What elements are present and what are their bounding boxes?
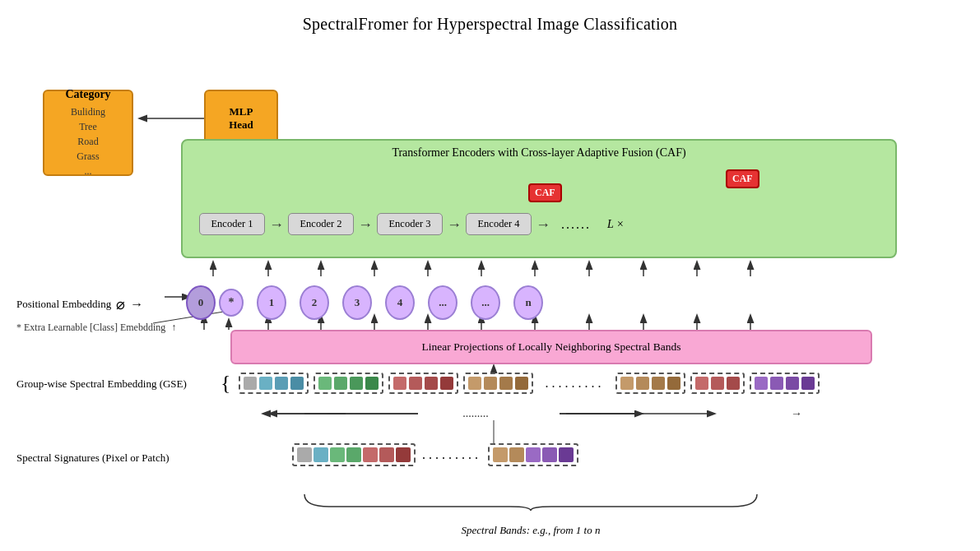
band-red-3 <box>425 377 438 390</box>
band-o2-2 <box>636 377 649 390</box>
sig-p1 <box>526 447 541 462</box>
gse-label: Group-wise Spectral Embedding (GSE) <box>16 377 187 391</box>
band-red-1 <box>393 377 406 390</box>
sig-dots: ......... <box>422 447 481 462</box>
tokens-row: 0 * 1 2 3 4 ... ... n <box>186 285 543 320</box>
arrow-enc1-enc2: → <box>269 217 284 232</box>
category-items: BulidingTreeRoadGrass... <box>71 104 105 178</box>
encoder-dots: ...... <box>561 217 591 232</box>
sig-group-2 <box>488 443 578 466</box>
token-1: 1 <box>257 285 286 320</box>
band-r2-2 <box>711 377 724 390</box>
band-blue-2 <box>275 377 288 390</box>
arrow-enc2-enc3: → <box>358 217 373 232</box>
gse-group-7 <box>750 373 820 394</box>
band-purple-1 <box>755 377 768 390</box>
encoder-2: Encoder 2 <box>288 213 354 235</box>
lx-label: L × <box>607 218 624 231</box>
token-0-star-pair: 0 * <box>186 285 244 320</box>
sig-r2 <box>379 447 394 462</box>
sig-b1 <box>314 447 328 462</box>
diagram-container: Category BulidingTreeRoadGrass... MLP He… <box>0 42 980 551</box>
open-brace-gse: { <box>221 371 230 396</box>
band-orange-2 <box>484 377 497 390</box>
main-title: SpectralFromer for Hyperspectral Image C… <box>0 0 980 34</box>
band-o2-3 <box>652 377 665 390</box>
band-green-2 <box>334 377 347 390</box>
wave-icon: ⌀ <box>116 295 125 313</box>
token-dots-1: ... <box>428 285 457 320</box>
band-purple-4 <box>801 377 815 390</box>
brace-svg <box>288 490 773 519</box>
category-title: Category <box>65 88 110 101</box>
caf-box-1: CAF <box>528 183 562 202</box>
svg-text:→: → <box>791 407 802 419</box>
token-0: 0 <box>186 285 216 320</box>
band-blue-3 <box>290 377 304 390</box>
extra-learnable-text: * Extra Learnable [Class] Emebdding <box>16 322 165 333</box>
token-4: 4 <box>385 285 415 320</box>
encoder-3: Encoder 3 <box>377 213 443 235</box>
category-box: Category BulidingTreeRoadGrass... <box>43 90 133 176</box>
gse-text: Group-wise Spectral Embedding (GSE) <box>16 377 187 390</box>
token-star: * <box>219 289 244 317</box>
linear-proj-label: Linear Projections of Locally Neighborin… <box>422 340 681 354</box>
transformer-box: Transformer Encoders with Cross-layer Ad… <box>181 139 897 258</box>
band-r2-3 <box>727 377 740 390</box>
gse-group-5 <box>615 373 685 394</box>
spectral-sig-label: Spectral Signatures (Pixel or Patch) <box>16 451 170 465</box>
sig-label-text: Spectral Signatures (Pixel or Patch) <box>16 451 170 464</box>
encoder-row: Encoder 1 → Encoder 2 → Encoder 3 → Enco… <box>199 213 882 235</box>
band-green-1 <box>318 377 332 390</box>
band-o2-1 <box>620 377 634 390</box>
band-orange-3 <box>499 377 513 390</box>
arrow-enc3-enc4: → <box>447 217 462 232</box>
sig-r1 <box>363 447 378 462</box>
signatures-row: ......... <box>292 443 578 466</box>
positional-embedding-label: Positional Embedding ⌀ → <box>16 295 143 313</box>
sig-g1 <box>330 447 345 462</box>
band-gray-1 <box>244 377 257 390</box>
sig-p2 <box>542 447 557 462</box>
gse-dots: ......... <box>545 376 604 391</box>
mlp-line1: MLP <box>230 105 253 118</box>
caf-label-2: CAF <box>726 169 759 188</box>
sig-g2 <box>346 447 361 462</box>
sig-group-main <box>292 443 416 466</box>
band-orange-4 <box>515 377 528 390</box>
token-dots-2: ... <box>471 285 500 320</box>
caf-box-2: CAF <box>726 169 759 188</box>
band-green-3 <box>350 377 363 390</box>
gse-arrows-svg: ......... → <box>221 404 895 424</box>
encoder-1: Encoder 1 <box>199 213 265 235</box>
pe-arrow: → <box>130 297 143 312</box>
gse-group-3 <box>388 373 458 394</box>
band-blue-1 <box>259 377 272 390</box>
linear-proj-box: Linear Projections of Locally Neighborin… <box>230 330 872 364</box>
upward-arrow-icon: ↑ <box>171 322 176 333</box>
arrow-enc4-dots: → <box>536 217 550 232</box>
band-green-4 <box>365 377 379 390</box>
transformer-title: Transformer Encoders with Cross-layer Ad… <box>183 141 895 160</box>
band-red-4 <box>440 377 453 390</box>
sig-r3 <box>396 447 411 462</box>
token-n: n <box>513 285 543 320</box>
gse-group-4 <box>463 373 533 394</box>
token-3: 3 <box>342 285 372 320</box>
sig-o1 <box>493 447 508 462</box>
gse-group-6 <box>690 373 745 394</box>
caf-label-1: CAF <box>528 183 562 202</box>
spectral-bands-brace: Spectral Bands: e.g., from 1 to n <box>288 490 773 537</box>
gse-group-2 <box>314 373 383 394</box>
svg-text:.........: ......... <box>462 407 489 419</box>
extra-learnable-label: * Extra Learnable [Class] Emebdding ↑ <box>16 322 176 334</box>
band-purple-3 <box>786 377 799 390</box>
bands-label-text: Spectral Bands: e.g., from 1 to n <box>288 524 773 537</box>
band-red-2 <box>409 377 422 390</box>
pe-text: Positional Embedding <box>16 298 111 311</box>
gse-arrows-row: ......... → <box>221 404 895 424</box>
band-o2-4 <box>667 377 680 390</box>
sig-o2 <box>509 447 524 462</box>
band-purple-2 <box>770 377 783 390</box>
band-r2-1 <box>695 377 708 390</box>
